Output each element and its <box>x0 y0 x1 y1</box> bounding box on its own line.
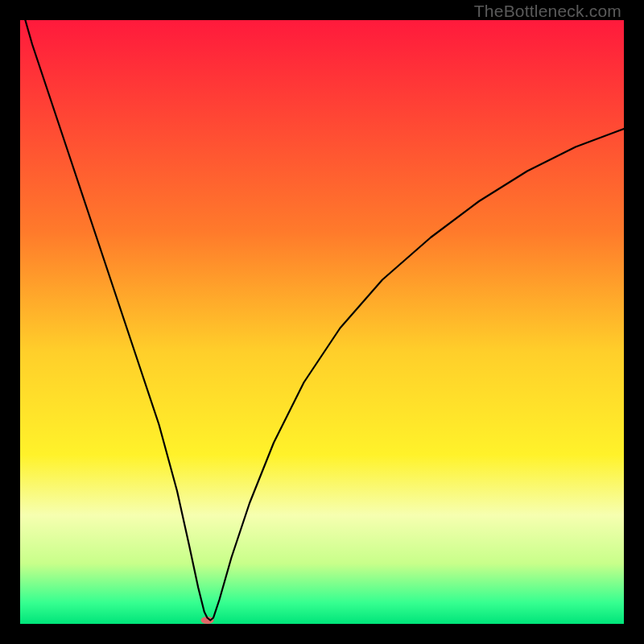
chart-frame <box>20 20 624 624</box>
chart-background <box>20 20 624 624</box>
watermark-text: TheBottleneck.com <box>474 2 621 21</box>
chart-svg <box>20 20 624 624</box>
